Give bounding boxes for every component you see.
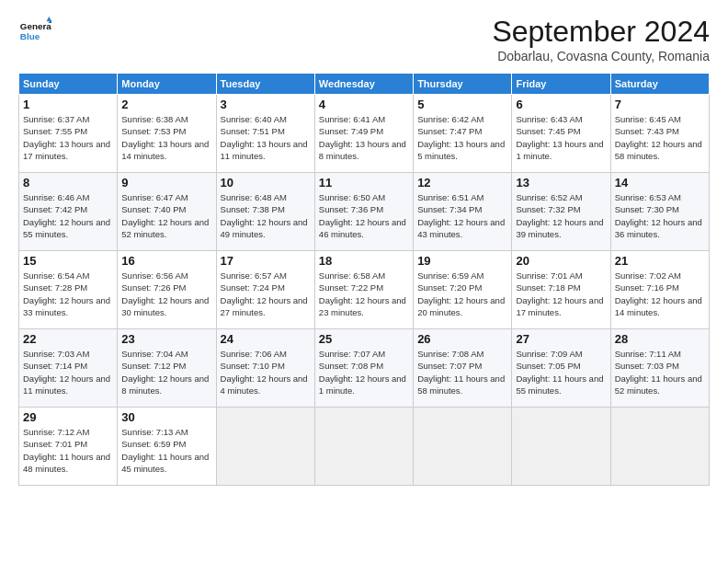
day-info: Sunrise: 6:59 AM Sunset: 7:20 PM Dayligh… — [417, 270, 507, 318]
calendar-cell: 9Sunrise: 6:47 AM Sunset: 7:40 PM Daylig… — [118, 173, 216, 251]
calendar-cell — [512, 408, 610, 486]
day-info: Sunrise: 6:56 AM Sunset: 7:26 PM Dayligh… — [121, 270, 211, 318]
day-info: Sunrise: 7:13 AM Sunset: 6:59 PM Dayligh… — [121, 426, 211, 475]
calendar-cell: 24Sunrise: 7:06 AM Sunset: 7:10 PM Dayli… — [216, 329, 314, 408]
day-info: Sunrise: 6:51 AM Sunset: 7:34 PM Dayligh… — [417, 191, 507, 240]
day-number: 28 — [615, 332, 705, 346]
calendar-cell: 17Sunrise: 6:57 AM Sunset: 7:24 PM Dayli… — [216, 251, 314, 329]
day-number: 22 — [23, 332, 113, 346]
day-number: 6 — [516, 98, 606, 111]
day-number: 23 — [121, 332, 211, 346]
calendar-cell: 29Sunrise: 7:12 AM Sunset: 7:01 PM Dayli… — [19, 408, 118, 486]
day-info: Sunrise: 6:54 AM Sunset: 7:28 PM Dayligh… — [23, 270, 113, 318]
day-number: 24 — [221, 332, 311, 346]
calendar-cell: 18Sunrise: 6:58 AM Sunset: 7:22 PM Dayli… — [314, 251, 413, 329]
day-number: 18 — [319, 254, 409, 268]
day-info: Sunrise: 6:37 AM Sunset: 7:55 PM Dayligh… — [23, 113, 113, 162]
day-info: Sunrise: 6:46 AM Sunset: 7:42 PM Dayligh… — [23, 191, 113, 240]
calendar-header-saturday: Saturday — [610, 74, 709, 95]
day-number: 9 — [121, 176, 211, 190]
day-number: 4 — [319, 98, 409, 111]
day-info: Sunrise: 6:52 AM Sunset: 7:32 PM Dayligh… — [516, 191, 606, 240]
day-info: Sunrise: 7:11 AM Sunset: 7:03 PM Dayligh… — [615, 348, 705, 396]
day-number: 14 — [615, 176, 705, 190]
month-title: September 2024 — [492, 15, 710, 49]
calendar-header-tuesday: Tuesday — [216, 74, 314, 95]
svg-text:Blue: Blue — [20, 31, 40, 41]
day-info: Sunrise: 7:07 AM Sunset: 7:08 PM Dayligh… — [319, 348, 409, 396]
calendar-cell: 14Sunrise: 6:53 AM Sunset: 7:30 PM Dayli… — [610, 173, 709, 251]
day-info: Sunrise: 7:01 AM Sunset: 7:18 PM Dayligh… — [516, 270, 606, 318]
calendar-cell: 11Sunrise: 6:50 AM Sunset: 7:36 PM Dayli… — [314, 173, 413, 251]
calendar-cell — [216, 408, 314, 486]
day-number: 21 — [615, 254, 705, 268]
calendar-cell — [414, 408, 512, 486]
day-info: Sunrise: 6:58 AM Sunset: 7:22 PM Dayligh… — [319, 270, 409, 318]
calendar-cell: 13Sunrise: 6:52 AM Sunset: 7:32 PM Dayli… — [512, 173, 610, 251]
calendar-cell: 4Sunrise: 6:41 AM Sunset: 7:49 PM Daylig… — [314, 95, 413, 173]
calendar-cell: 8Sunrise: 6:46 AM Sunset: 7:42 PM Daylig… — [19, 173, 118, 251]
calendar-cell: 28Sunrise: 7:11 AM Sunset: 7:03 PM Dayli… — [610, 329, 709, 408]
calendar-cell: 10Sunrise: 6:48 AM Sunset: 7:38 PM Dayli… — [216, 173, 314, 251]
day-info: Sunrise: 7:02 AM Sunset: 7:16 PM Dayligh… — [615, 270, 705, 318]
calendar-header-sunday: Sunday — [19, 74, 118, 95]
calendar-cell: 3Sunrise: 6:40 AM Sunset: 7:51 PM Daylig… — [216, 95, 314, 173]
page-header: General Blue September 2024 Dobarlau, Co… — [18, 15, 710, 63]
day-info: Sunrise: 7:06 AM Sunset: 7:10 PM Dayligh… — [221, 348, 311, 396]
day-number: 11 — [319, 176, 409, 190]
day-info: Sunrise: 7:04 AM Sunset: 7:12 PM Dayligh… — [121, 348, 211, 396]
day-info: Sunrise: 6:42 AM Sunset: 7:47 PM Dayligh… — [417, 113, 507, 162]
calendar-header-wednesday: Wednesday — [314, 74, 413, 95]
svg-text:General: General — [20, 21, 51, 31]
calendar-cell: 23Sunrise: 7:04 AM Sunset: 7:12 PM Dayli… — [118, 329, 216, 408]
day-info: Sunrise: 7:12 AM Sunset: 7:01 PM Dayligh… — [23, 426, 113, 475]
day-info: Sunrise: 6:50 AM Sunset: 7:36 PM Dayligh… — [319, 191, 409, 240]
calendar-cell: 12Sunrise: 6:51 AM Sunset: 7:34 PM Dayli… — [414, 173, 512, 251]
day-info: Sunrise: 7:08 AM Sunset: 7:07 PM Dayligh… — [417, 348, 507, 396]
calendar-cell — [314, 408, 413, 486]
calendar-week-4: 22Sunrise: 7:03 AM Sunset: 7:14 PM Dayli… — [19, 329, 710, 408]
calendar-header-thursday: Thursday — [414, 74, 512, 95]
day-number: 25 — [319, 332, 409, 346]
calendar-header-monday: Monday — [118, 74, 216, 95]
day-number: 27 — [516, 332, 606, 346]
day-info: Sunrise: 6:40 AM Sunset: 7:51 PM Dayligh… — [221, 113, 311, 162]
day-number: 8 — [23, 176, 113, 190]
calendar-cell: 25Sunrise: 7:07 AM Sunset: 7:08 PM Dayli… — [314, 329, 413, 408]
calendar-cell: 2Sunrise: 6:38 AM Sunset: 7:53 PM Daylig… — [118, 95, 216, 173]
day-number: 29 — [23, 410, 113, 424]
day-info: Sunrise: 6:45 AM Sunset: 7:43 PM Dayligh… — [615, 113, 705, 162]
calendar-cell: 16Sunrise: 6:56 AM Sunset: 7:26 PM Dayli… — [118, 251, 216, 329]
calendar-cell: 7Sunrise: 6:45 AM Sunset: 7:43 PM Daylig… — [610, 95, 709, 173]
day-number: 12 — [417, 176, 507, 190]
calendar-cell: 21Sunrise: 7:02 AM Sunset: 7:16 PM Dayli… — [610, 251, 709, 329]
day-number: 20 — [516, 254, 606, 268]
day-number: 3 — [221, 98, 311, 111]
calendar-cell: 1Sunrise: 6:37 AM Sunset: 7:55 PM Daylig… — [19, 95, 118, 173]
logo: General Blue — [18, 15, 51, 48]
day-info: Sunrise: 6:53 AM Sunset: 7:30 PM Dayligh… — [615, 191, 705, 240]
calendar-cell: 27Sunrise: 7:09 AM Sunset: 7:05 PM Dayli… — [512, 329, 610, 408]
calendar-header-friday: Friday — [512, 74, 610, 95]
day-info: Sunrise: 6:57 AM Sunset: 7:24 PM Dayligh… — [221, 270, 311, 318]
day-info: Sunrise: 6:47 AM Sunset: 7:40 PM Dayligh… — [121, 191, 211, 240]
day-number: 7 — [615, 98, 705, 111]
calendar-week-2: 8Sunrise: 6:46 AM Sunset: 7:42 PM Daylig… — [19, 173, 710, 251]
day-info: Sunrise: 6:38 AM Sunset: 7:53 PM Dayligh… — [121, 113, 211, 162]
day-number: 2 — [121, 98, 211, 111]
calendar-week-5: 29Sunrise: 7:12 AM Sunset: 7:01 PM Dayli… — [19, 408, 710, 486]
day-number: 17 — [221, 254, 311, 268]
calendar-table: SundayMondayTuesdayWednesdayThursdayFrid… — [18, 73, 710, 486]
day-number: 15 — [23, 254, 113, 268]
day-info: Sunrise: 6:43 AM Sunset: 7:45 PM Dayligh… — [516, 113, 606, 162]
day-number: 13 — [516, 176, 606, 190]
day-info: Sunrise: 7:03 AM Sunset: 7:14 PM Dayligh… — [23, 348, 113, 396]
calendar-cell: 20Sunrise: 7:01 AM Sunset: 7:18 PM Dayli… — [512, 251, 610, 329]
day-number: 19 — [417, 254, 507, 268]
day-number: 10 — [221, 176, 311, 190]
calendar-cell: 30Sunrise: 7:13 AM Sunset: 6:59 PM Dayli… — [118, 408, 216, 486]
calendar-cell: 19Sunrise: 6:59 AM Sunset: 7:20 PM Dayli… — [414, 251, 512, 329]
calendar-cell: 15Sunrise: 6:54 AM Sunset: 7:28 PM Dayli… — [19, 251, 118, 329]
title-block: September 2024 Dobarlau, Covasna County,… — [492, 15, 710, 63]
calendar-week-1: 1Sunrise: 6:37 AM Sunset: 7:55 PM Daylig… — [19, 95, 710, 173]
